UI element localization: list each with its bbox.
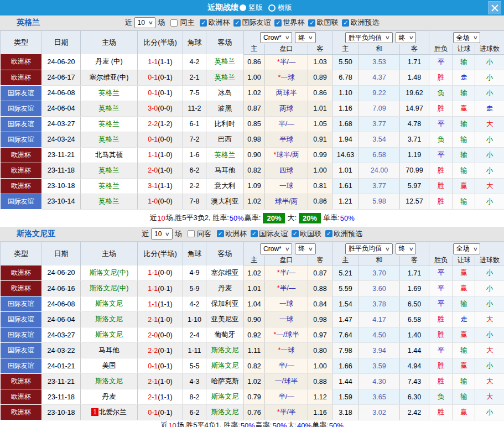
fulltime-select[interactable]: 全场∨: [453, 32, 481, 43]
avg-odds-select[interactable]: 胜平负均值∨: [345, 243, 393, 254]
league-checkbox[interactable]: ✓: [292, 230, 299, 237]
cell-result-value: 胜: [438, 166, 445, 174]
cell-goals-result: 小: [475, 70, 504, 85]
radio-horizontal-icon[interactable]: [268, 4, 276, 12]
away-team-name: 斯洛文尼: [211, 393, 239, 400]
chevron-down-icon: ∨: [284, 35, 289, 40]
cell-handicap-result: 赢: [453, 405, 475, 420]
cell-avg-away: 14.97: [400, 101, 429, 116]
cell-home-team: 斯洛文尼(中): [81, 281, 138, 296]
cell-avg-draw: 4.50: [359, 327, 400, 343]
cell-avg-home: 1.54: [332, 296, 359, 312]
cell-avg-home: 1.16: [332, 101, 359, 116]
cell-avg-draw: 3.77: [359, 178, 400, 194]
cell-goals-result: 大: [475, 343, 504, 358]
cell-match-type: 欧洲杯: [1, 70, 42, 85]
cell-away-odds: 1.03: [308, 54, 332, 70]
cell-away-team: 塞尔维亚: [206, 265, 244, 281]
cell-handicap-result-value: 赢: [460, 331, 467, 339]
cell-handicap-result-value: 走: [460, 315, 467, 323]
league-checkbox[interactable]: ✓: [251, 230, 258, 237]
cell-date: 24-06-04: [42, 101, 81, 116]
cell-avg-draw: 3.59: [359, 358, 400, 374]
cell-result: 负: [429, 85, 453, 101]
cell-avg-draw: 3.54: [359, 132, 400, 147]
vertical-option-label[interactable]: 竖版: [248, 3, 263, 13]
halftime-score: (1-0): [158, 316, 172, 324]
cell-avg-away: 5.97: [400, 178, 429, 194]
away-team-name: 巴西: [218, 136, 232, 143]
league-checkbox[interactable]: ✓: [200, 19, 207, 27]
summary-text: 赢率:: [256, 420, 272, 427]
halftime-score: (0-1): [158, 74, 172, 81]
bookmaker-select[interactable]: Crow*∨: [260, 243, 292, 254]
home-team-name: 斯洛文尼: [95, 331, 123, 339]
cell-corners: 2-4: [183, 327, 206, 343]
home-team-name: 英格兰: [98, 166, 119, 174]
halftime-score: (1-1): [158, 393, 172, 401]
cell-away-odds: 1.12: [308, 389, 332, 405]
match-count-select[interactable]: 10∨: [134, 17, 156, 28]
cell-corners: 5-5: [183, 358, 206, 374]
cell-handicap: 半/—: [265, 116, 308, 132]
cell-handicap-result: 走: [453, 70, 475, 85]
same-venue-label: 同客: [197, 229, 211, 239]
cell-away-team: 巴西: [206, 132, 244, 147]
fulltime-score: 3-0: [148, 105, 158, 112]
odds-stage-select[interactable]: 终∨: [295, 243, 316, 254]
league-checkbox[interactable]: ✓: [308, 19, 315, 27]
league-checkbox[interactable]: ✓: [217, 230, 224, 237]
radio-vertical-icon[interactable]: [240, 4, 246, 11]
cell-result-value: 胜: [438, 182, 445, 190]
away-team-name: 保加利亚: [211, 300, 239, 308]
fulltime-select[interactable]: 全场∨: [453, 243, 481, 254]
cell-handicap: *半/—: [265, 281, 308, 296]
cell-score: 0-1(0-1): [138, 85, 183, 101]
halftime-score: (0-0): [158, 331, 172, 339]
col-home: 主场: [81, 242, 138, 265]
odds-stage-select[interactable]: 终∨: [295, 32, 316, 43]
handicap-value: 球半/两: [276, 151, 299, 159]
cell-home-team: 斯洛文尼: [81, 327, 138, 343]
same-venue-checkbox[interactable]: [170, 19, 178, 27]
fulltime-score: 1-1: [148, 58, 158, 66]
cell-avg-home: 3.18: [332, 405, 359, 420]
league-checkbox[interactable]: ✓: [342, 19, 349, 27]
chevron-down-icon: ∨: [308, 35, 313, 40]
cell-away-team: 意大利: [206, 178, 244, 194]
fulltime-score: 1-1: [148, 269, 158, 277]
cell-handicap: 半球: [265, 132, 308, 147]
cell-handicap-result: 赢: [453, 265, 475, 281]
same-venue-checkbox[interactable]: [188, 230, 195, 237]
cell-handicap-result: 输: [453, 194, 475, 209]
cell-result-value: 胜: [438, 362, 445, 369]
games-label: 场: [158, 18, 165, 28]
league-checkbox[interactable]: ✓: [233, 19, 241, 27]
cell-home-odds: 1.09: [244, 178, 265, 194]
cell-goals-result-value: 小: [486, 269, 493, 277]
halftime-score: (0-0): [158, 269, 172, 277]
cell-result: 平: [429, 281, 453, 296]
away-team-name: 丹麦: [218, 284, 232, 292]
cell-handicap-result-value: 输: [460, 393, 467, 400]
cell-handicap-result: 赢: [453, 281, 475, 296]
league-checkbox[interactable]: ✓: [325, 230, 332, 237]
cell-corners: 2-2: [183, 178, 206, 194]
cell-home-odds: 1.02: [244, 374, 265, 389]
handicap-value: 半/—: [278, 362, 294, 369]
bookmaker-select[interactable]: Crow*∨: [260, 32, 292, 43]
horizontal-option-label[interactable]: 横版: [278, 3, 292, 13]
cell-goals-result-value: 大: [486, 120, 493, 128]
avg-odds-select[interactable]: 胜平负均值∨: [345, 32, 393, 43]
cell-avg-away: 7.43: [400, 374, 429, 389]
avg-stage-select[interactable]: 终∨: [396, 32, 417, 43]
summary-text: 单率:: [312, 420, 329, 427]
home-team-name: 斯洛文尼: [95, 315, 123, 323]
match-count-select[interactable]: 10∨: [151, 228, 173, 239]
cell-goals-result-value: 小: [486, 74, 493, 81]
cell-result-value: 平: [438, 300, 445, 308]
close-button[interactable]: [488, 1, 501, 14]
league-checkbox[interactable]: ✓: [274, 19, 282, 27]
avg-stage-select[interactable]: 终∨: [396, 243, 417, 254]
away-team-name: 塞尔维亚: [211, 269, 239, 277]
